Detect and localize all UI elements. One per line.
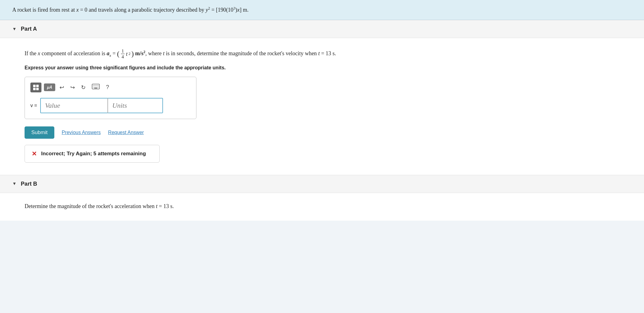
keyboard-button[interactable] — [90, 83, 102, 92]
incorrect-icon: ✕ — [32, 150, 37, 157]
part-a-header[interactable]: ▼ Part A — [0, 20, 644, 38]
refresh-button[interactable]: ↻ — [79, 83, 87, 92]
banner-text: A rocket is fired from rest at x = 0 and… — [12, 7, 249, 13]
part-b-label: Part B — [21, 181, 37, 187]
unit-icon-button[interactable]: μÅ — [44, 83, 55, 91]
part-b-question: Determine the magnitude of the rocket's … — [25, 202, 619, 211]
feedback-box: ✕ Incorrect; Try Again; 5 attempts remai… — [25, 145, 160, 163]
units-input[interactable] — [108, 98, 163, 113]
request-answer-button[interactable]: Request Answer — [108, 130, 144, 135]
part-a-instructions: Express your answer using three signific… — [25, 65, 619, 71]
submit-button[interactable]: Submit — [25, 126, 54, 139]
part-b-body: Determine the magnitude of the rocket's … — [0, 193, 644, 221]
undo-button[interactable]: ↩ — [58, 83, 66, 92]
main-content: A rocket is fired from rest at x = 0 and… — [0, 0, 644, 221]
part-a-chevron: ▼ — [12, 27, 17, 32]
v-label: v = — [30, 103, 37, 108]
feedback-text: Incorrect; Try Again; 5 attempts remaini… — [41, 151, 146, 157]
redo-button[interactable]: ↪ — [68, 83, 77, 92]
keyboard-icon — [92, 84, 100, 89]
action-row: Submit Previous Answers Request Answer — [25, 126, 619, 139]
grid-icon-button[interactable] — [30, 83, 41, 92]
svg-rect-0 — [33, 85, 36, 87]
input-row: v = — [30, 98, 191, 113]
part-b-chevron: ▼ — [12, 181, 17, 186]
toolbar: μÅ ↩ ↪ ↻ — [30, 83, 191, 94]
part-a-section: ▼ Part A If the x component of accelerat… — [0, 20, 644, 175]
help-button[interactable]: ? — [104, 83, 111, 91]
svg-rect-2 — [33, 88, 36, 90]
part-a-body: If the x component of acceleration is ax… — [0, 38, 644, 175]
part-b-section: ▼ Part B Determine the magnitude of the … — [0, 175, 644, 221]
part-b-header[interactable]: ▼ Part B — [0, 175, 644, 193]
problem-banner: A rocket is fired from rest at x = 0 and… — [0, 0, 644, 20]
answer-box: μÅ ↩ ↪ ↻ — [25, 77, 196, 119]
previous-answers-button[interactable]: Previous Answers — [62, 130, 101, 135]
value-input[interactable] — [40, 98, 108, 113]
svg-rect-1 — [36, 85, 39, 87]
svg-rect-3 — [36, 88, 39, 90]
part-a-label: Part A — [21, 26, 37, 32]
grid-icon — [33, 84, 39, 91]
part-a-question: If the x component of acceleration is ax… — [25, 48, 619, 60]
